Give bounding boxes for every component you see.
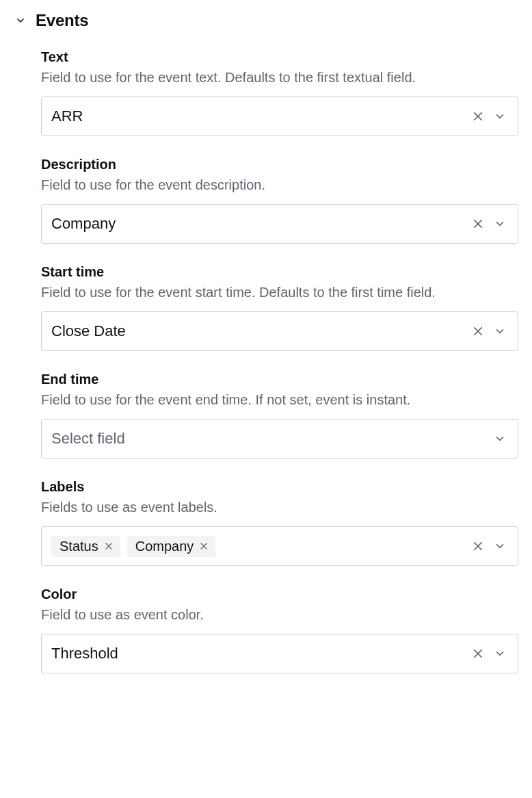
field-start-time: Start time Field to use for the event st… (41, 264, 518, 351)
chip-label: Status (59, 539, 98, 554)
chevron-down-icon (14, 14, 27, 27)
field-labels: Labels Fields to use as event labels. St… (41, 479, 518, 566)
chip-company[interactable]: Company (127, 536, 216, 557)
clear-icon[interactable] (470, 645, 486, 662)
field-label: Text (41, 49, 518, 65)
field-description-block: Description Field to use for the event d… (41, 157, 518, 244)
chips-container: Status Company (51, 536, 464, 557)
close-icon[interactable] (199, 541, 209, 551)
field-text: Text Field to use for the event text. De… (41, 49, 518, 136)
select-value: Threshold (51, 645, 464, 662)
chevron-down-icon[interactable] (492, 645, 508, 662)
field-description: Fields to use as event labels. (41, 498, 518, 517)
end-time-select[interactable]: Select field (41, 419, 518, 459)
description-select[interactable]: Company (41, 204, 518, 244)
clear-icon[interactable] (470, 216, 486, 232)
chevron-down-icon[interactable] (492, 108, 508, 125)
field-description: Field to use for the event end time. If … (41, 390, 518, 409)
close-icon[interactable] (104, 541, 114, 551)
select-placeholder: Select field (51, 430, 486, 448)
field-color: Color Field to use as event color. Thres… (41, 587, 518, 673)
field-description: Field to use as event color. (41, 605, 518, 624)
chevron-down-icon[interactable] (492, 430, 508, 447)
clear-icon[interactable] (470, 108, 486, 125)
select-value: ARR (51, 107, 464, 125)
start-time-select[interactable]: Close Date (41, 311, 518, 351)
color-select[interactable]: Threshold (41, 634, 518, 673)
field-label: Color (41, 587, 518, 602)
field-label: End time (41, 372, 518, 387)
select-value: Company (51, 215, 464, 233)
chevron-down-icon[interactable] (492, 538, 508, 554)
field-description: Field to use for the event start time. D… (41, 283, 518, 302)
field-label: Labels (41, 479, 518, 495)
clear-icon[interactable] (470, 538, 486, 554)
chevron-down-icon[interactable] (492, 216, 508, 232)
field-description: Field to use for the event description. (41, 175, 518, 194)
field-label: Description (41, 157, 518, 172)
text-select[interactable]: ARR (41, 96, 518, 136)
labels-select[interactable]: Status Company (41, 526, 518, 566)
chip-label: Company (135, 539, 194, 554)
section-title: Events (36, 11, 88, 30)
field-description: Field to use for the event text. Default… (41, 68, 518, 87)
chip-status[interactable]: Status (51, 536, 120, 557)
fields-container: Text Field to use for the event text. De… (14, 49, 518, 673)
field-label: Start time (41, 264, 518, 280)
chevron-down-icon[interactable] (492, 323, 508, 339)
field-end-time: End time Field to use for the event end … (41, 372, 518, 459)
clear-icon[interactable] (470, 323, 486, 339)
section-header[interactable]: Events (14, 11, 518, 30)
select-value: Close Date (51, 322, 464, 340)
